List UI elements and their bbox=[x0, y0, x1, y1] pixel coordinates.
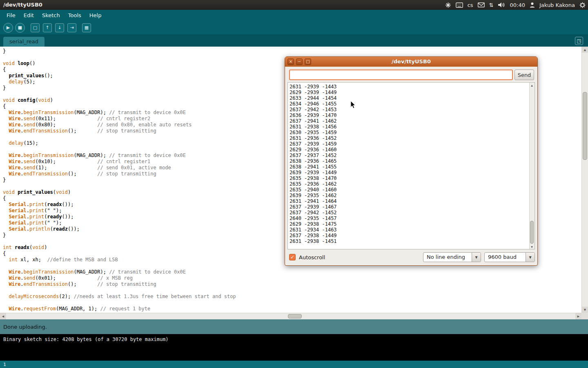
chevron-down-icon[interactable]: ▼ bbox=[472, 253, 481, 262]
serial-data-line: 2637 -2939 -1467 bbox=[288, 204, 535, 210]
code-line: delayMicroseconds(2); //needs at least 1… bbox=[3, 294, 581, 300]
serial-monitor-titlebar[interactable]: × − □ /dev/ttyUSB0 bbox=[285, 57, 537, 67]
menu-bar: FileEditSketchToolsHelp bbox=[0, 10, 588, 21]
serial-data-line: 2637 -2937 -1452 bbox=[288, 153, 535, 158]
top-panel: /dev/ttyUSB0 cs ⇅ 00:40 Jakub Kakona bbox=[0, 0, 588, 10]
menu-sketch[interactable]: Sketch bbox=[38, 10, 64, 21]
editor-vscroll-thumb[interactable] bbox=[583, 92, 587, 160]
gear-icon[interactable] bbox=[579, 2, 586, 8]
chevron-down-icon[interactable]: ▼ bbox=[526, 253, 535, 262]
verify-button[interactable]: ▶ bbox=[3, 23, 13, 33]
serial-data-line: 2633 -2944 -1454 bbox=[288, 95, 535, 101]
editor-horizontal-scrollbar[interactable]: ◀ ▶ bbox=[0, 313, 581, 319]
serial-data-line: 2631 -2934 -1463 bbox=[288, 227, 535, 233]
serial-scroll-down-icon[interactable]: ▼ bbox=[530, 244, 534, 249]
serial-data-line: 2637 -2941 -1462 bbox=[288, 118, 535, 124]
tab-bar: serial_read ◳ bbox=[0, 34, 588, 47]
editor-vertical-scrollbar[interactable]: ▲ ▼ bbox=[581, 47, 588, 313]
line-ending-value: No line ending bbox=[427, 253, 465, 262]
code-line: Wire.send(0x01); // x MSB reg bbox=[3, 275, 581, 281]
mouse-cursor bbox=[350, 101, 356, 110]
baud-rate-dropdown[interactable]: 9600 baud ▼ bbox=[484, 252, 535, 262]
open-sketch-icon: ↑ bbox=[45, 25, 49, 30]
menu-edit[interactable]: Edit bbox=[20, 10, 38, 21]
serial-data-line: 2637 -2942 -1452 bbox=[288, 210, 535, 215]
toolbar: ▶■▢↑↓⇥▦ bbox=[0, 21, 588, 34]
serial-data-line: 2630 -2935 -1459 bbox=[288, 130, 535, 135]
serial-data-line: 2637 -2942 -1453 bbox=[288, 107, 535, 112]
scrollbar-corner bbox=[581, 313, 588, 319]
keyboard-layout-label[interactable]: cs bbox=[468, 2, 473, 8]
save-sketch-button[interactable]: ↓ bbox=[55, 23, 64, 32]
verify-icon: ▶ bbox=[7, 25, 10, 30]
snowflake-icon[interactable] bbox=[445, 2, 451, 8]
scroll-down-icon[interactable]: ▼ bbox=[582, 307, 588, 313]
stop-button[interactable]: ■ bbox=[15, 23, 25, 33]
serial-data-line: 2631 -2936 -1452 bbox=[288, 135, 535, 141]
open-sketch-button[interactable]: ↑ bbox=[43, 23, 52, 32]
tab-serial-read[interactable]: serial_read bbox=[3, 37, 45, 47]
line-ending-dropdown[interactable]: No line ending ▼ bbox=[423, 252, 481, 262]
serial-data-line: 2637 -2938 -1449 bbox=[288, 233, 535, 238]
volume-icon[interactable] bbox=[498, 2, 505, 8]
autoscroll-label: Autoscroll bbox=[299, 254, 325, 260]
send-button[interactable]: Send bbox=[514, 70, 534, 80]
keyboard-layout-icon[interactable] bbox=[456, 2, 463, 8]
serial-data-line: 2629 -2936 -1460 bbox=[288, 147, 535, 153]
serial-scroll-thumb[interactable] bbox=[530, 221, 534, 244]
upload-button[interactable]: ⇥ bbox=[67, 23, 76, 32]
menu-tools[interactable]: Tools bbox=[64, 10, 85, 21]
serial-data-line: 2639 -2939 -1449 bbox=[288, 170, 535, 175]
status-message: Done uploading. bbox=[3, 324, 47, 330]
stop-icon: ■ bbox=[18, 25, 22, 30]
scroll-right-icon[interactable]: ▶ bbox=[575, 313, 581, 319]
line-indicator: 1 bbox=[3, 362, 6, 367]
scroll-left-icon[interactable]: ◀ bbox=[0, 313, 6, 319]
console-text: Binary sketch size: 4208 bytes (of a 307… bbox=[3, 337, 585, 342]
serial-data-line: 2634 -2946 -1455 bbox=[288, 101, 535, 107]
tab-menu-button[interactable]: ◳ bbox=[575, 37, 583, 45]
serial-monitor-icon: ▦ bbox=[85, 25, 89, 30]
username-label[interactable]: Jakub Kakona bbox=[539, 2, 575, 8]
code-line: } bbox=[3, 48, 581, 54]
save-sketch-icon: ↓ bbox=[58, 25, 61, 30]
panel-window-title: /dev/ttyUSB0 bbox=[3, 0, 42, 10]
serial-output[interactable]: 2631 -2939 -14432629 -2939 -14492633 -29… bbox=[287, 82, 535, 249]
clock[interactable]: 00:40 bbox=[510, 2, 525, 8]
serial-data-line: 2637 -2939 -1459 bbox=[288, 141, 535, 147]
serial-data-line: 2635 -2940 -1460 bbox=[288, 187, 535, 193]
code-line bbox=[3, 300, 581, 306]
menu-help[interactable]: Help bbox=[85, 10, 106, 21]
serial-output-scrollbar[interactable]: ▲ ▼ bbox=[529, 83, 535, 249]
user-icon[interactable] bbox=[530, 2, 535, 8]
check-icon: ✓ bbox=[290, 254, 294, 260]
scroll-up-icon[interactable]: ▲ bbox=[582, 47, 588, 53]
serial-data-line: 2631 -2939 -1443 bbox=[288, 84, 535, 90]
serial-data-line: 2639 -2935 -1462 bbox=[288, 193, 535, 198]
serial-monitor-title: /dev/ttyUSB0 bbox=[285, 57, 537, 67]
serial-input[interactable] bbox=[289, 70, 513, 80]
editor-hscroll-thumb[interactable] bbox=[288, 314, 302, 319]
serial-data-line: 2638 -2936 -1465 bbox=[288, 158, 535, 164]
status-bar: Done uploading. bbox=[0, 319, 588, 334]
code-line bbox=[3, 287, 581, 294]
serial-data-line: 2631 -2938 -1456 bbox=[288, 124, 535, 130]
serial-monitor-controls: ✓ Autoscroll No line ending ▼ 9600 baud … bbox=[285, 252, 537, 264]
baud-rate-value: 9600 baud bbox=[488, 253, 517, 262]
menu-file[interactable]: File bbox=[2, 10, 20, 21]
new-sketch-button[interactable]: ▢ bbox=[31, 23, 40, 32]
serial-scroll-up-icon[interactable]: ▲ bbox=[530, 83, 534, 88]
mail-icon[interactable] bbox=[478, 2, 485, 7]
tab-menu-icon: ◳ bbox=[577, 38, 581, 44]
screen: /dev/ttyUSB0 cs ⇅ 00:40 Jakub Kakona bbox=[0, 0, 588, 368]
autoscroll-checkbox[interactable]: ✓ bbox=[289, 254, 296, 260]
serial-data-line: 2635 -2936 -1462 bbox=[288, 181, 535, 187]
serial-data-line: 2631 -2941 -1464 bbox=[288, 198, 535, 204]
network-arrows-icon[interactable]: ⇅ bbox=[489, 2, 494, 8]
upload-icon: ⇥ bbox=[70, 25, 74, 30]
console-output: Binary sketch size: 4208 bytes (of a 307… bbox=[0, 334, 588, 361]
serial-data-line: 2631 -2938 -1451 bbox=[288, 238, 535, 244]
serial-data-line: 2635 -2938 -1470 bbox=[288, 175, 535, 181]
serial-monitor-button[interactable]: ▦ bbox=[82, 23, 91, 32]
line-indicator-bar: 1 bbox=[0, 361, 588, 368]
